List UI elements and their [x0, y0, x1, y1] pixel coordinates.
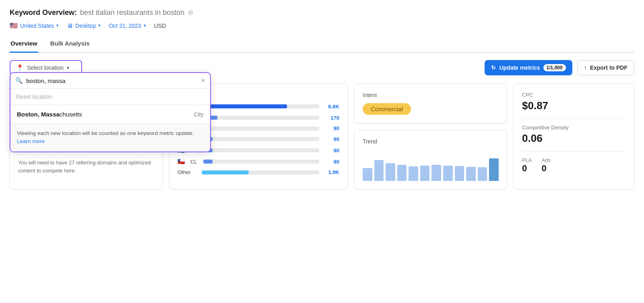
export-btn-label: Export to PDF [590, 64, 627, 71]
bar-fill-cl [203, 160, 213, 164]
chevron-down-icon: ▾ [67, 65, 69, 71]
pla-ads-row: PLA 0 Ads 0 [522, 157, 626, 174]
header-row: Keyword Overview: best italian restauran… [10, 8, 634, 17]
currency-label: USD [154, 23, 166, 29]
location-dropdown: 🔍 × Reset location Boston, Massachusetts… [10, 72, 211, 152]
add-keyword-button[interactable]: ⊕ [188, 8, 194, 17]
tab-overview[interactable]: Overview [10, 37, 38, 53]
bar-value-cl: 90 [323, 159, 339, 165]
stats-card: CPC $0.87 Competitive Density 0.06 PLA 0… [514, 83, 634, 189]
cl-flag: 🇨🇱 [178, 158, 186, 165]
page-title-keyword: Keyword Overview: [10, 8, 77, 17]
search-icon: 🔍 [15, 77, 23, 84]
bar-fill-other [202, 170, 249, 174]
location-label: United States [20, 23, 54, 29]
update-metrics-button[interactable]: ↻ Update metrics 1/1,000 [485, 60, 572, 75]
stat-divider-2 [522, 151, 626, 152]
page-wrapper: Keyword Overview: best italian restauran… [0, 0, 644, 303]
location-filter[interactable]: 🇺🇸 United States ▾ [10, 22, 59, 29]
pla-value: 0 [522, 163, 532, 174]
bar-value-ar2: 90 [323, 136, 339, 142]
location-search-input[interactable] [26, 77, 198, 84]
bar-container-bd [203, 148, 319, 152]
device-label: Desktop [75, 23, 96, 29]
date-filter[interactable]: Oct 31, 2023 ▾ [109, 23, 146, 29]
bar-value-other: 1.9K [323, 169, 339, 175]
trend-bar-1 [363, 168, 372, 181]
cpc-section: CPC $0.87 [522, 92, 626, 112]
pin-icon: 📍 [16, 64, 24, 71]
tab-bulk-analysis[interactable]: Bulk Analysis [50, 37, 91, 53]
trend-bar-11 [478, 167, 487, 181]
cpc-value: $0.87 [522, 100, 626, 112]
volume-bar-other: Other 1.9K [178, 169, 339, 175]
kd-info-text: You will need to have 27 referring domai… [18, 159, 154, 174]
bar-value-ar: 170 [323, 115, 339, 121]
date-label: Oct 31, 2023 [109, 23, 141, 29]
location-chevron-icon: ▾ [56, 23, 59, 28]
date-chevron-icon: ▾ [144, 23, 146, 28]
trend-chart [363, 149, 499, 181]
bar-value-bd: 90 [323, 147, 339, 154]
ads-label: Ads [542, 157, 551, 163]
tabs-row: Overview Bulk Analysis [10, 37, 634, 53]
dropdown-search-row: 🔍 × [10, 73, 210, 89]
info-text: Viewing each new location will be counte… [17, 130, 194, 136]
volume-bar-cl: 🇨🇱 CL 90 [178, 158, 339, 165]
result-name: Boston, Massachusetts [17, 111, 82, 118]
bar-container-ar2 [203, 137, 319, 141]
stat-divider-1 [522, 118, 626, 119]
trend-card: Trend [354, 130, 507, 189]
refresh-icon: ↻ [491, 64, 496, 71]
update-counter-badge: 1/1,000 [543, 64, 566, 71]
location-result-boston[interactable]: Boston, Massachusetts City [10, 105, 210, 123]
trend-bar-10 [466, 167, 476, 181]
trend-bar-2 [374, 160, 384, 181]
device-chevron-icon: ▾ [98, 23, 101, 28]
bar-container-cl [203, 160, 319, 164]
comp-density-section: Competitive Density 0.06 [522, 125, 626, 145]
bar-container-other [202, 170, 319, 174]
ads-section: Ads 0 [542, 157, 551, 174]
comp-density-value: 0.06 [522, 132, 626, 145]
device-filter[interactable]: 🖥 Desktop ▾ [67, 22, 101, 29]
comp-density-label: Competitive Density [522, 125, 626, 131]
trend-label: Trend [363, 138, 499, 145]
trend-bar-5 [409, 166, 418, 181]
bar-value: 6.6K [323, 104, 339, 110]
toolbar-right: ↻ Update metrics 1/1,000 ↑ Export to PDF [485, 60, 634, 75]
trend-bar-9 [455, 166, 464, 181]
bar-container-ar [203, 116, 319, 120]
clear-search-button[interactable]: × [201, 77, 205, 84]
intent-trend-col: Intent Commercial Trend [354, 83, 507, 189]
pla-label: PLA [522, 157, 532, 163]
trend-bar-3 [386, 163, 395, 181]
trend-bar-4 [397, 165, 407, 181]
result-name-bold: Boston, Massa [17, 111, 60, 118]
toolbar-row: 📍 Select location ▾ 🔍 × Reset location B… [10, 53, 634, 81]
trend-bar-12 [489, 158, 499, 181]
intent-badge: Commercial [363, 103, 411, 115]
reset-location-option[interactable]: Reset location [10, 89, 210, 105]
location-placeholder: Select location [27, 64, 64, 71]
export-icon: ↑ [584, 64, 587, 71]
bar-value-un: 90 [323, 125, 339, 131]
dropdown-info-box: Viewing each new location will be counte… [10, 123, 210, 152]
cpc-label: CPC [522, 92, 626, 98]
trend-bar-8 [443, 166, 453, 181]
learn-more-link[interactable]: Learn more [17, 138, 45, 144]
export-pdf-button[interactable]: ↑ Export to PDF [577, 60, 634, 75]
ads-value: 0 [542, 163, 551, 174]
page-title-query: best italian restaurants in boston [80, 8, 184, 17]
trend-bar-6 [420, 166, 430, 181]
trend-bar-7 [431, 165, 441, 181]
intent-card: Intent Commercial [354, 83, 507, 123]
monitor-icon: 🖥 [67, 22, 73, 29]
pla-section: PLA 0 [522, 157, 532, 174]
update-btn-label: Update metrics [499, 64, 540, 71]
cl-code: CL [190, 159, 199, 165]
intent-label: Intent [363, 92, 499, 98]
location-selector-container: 📍 Select location ▾ 🔍 × Reset location B… [10, 60, 82, 75]
us-flag-icon: 🇺🇸 [10, 22, 18, 29]
result-type: City [194, 111, 204, 118]
